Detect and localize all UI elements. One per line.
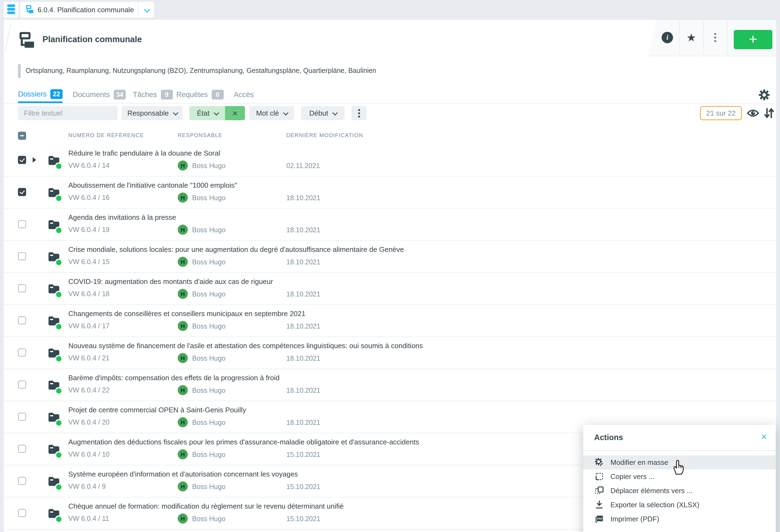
dossier-title[interactable]: Crise mondiale, solutions locales: pour … bbox=[68, 245, 404, 254]
tab-divider bbox=[138, 2, 138, 18]
responsable-name: Boss Hugo bbox=[192, 322, 225, 330]
row-checkbox[interactable] bbox=[18, 188, 26, 196]
row-checkbox[interactable] bbox=[18, 284, 26, 292]
table-row[interactable]: Barème d'impôts: compensation des effets… bbox=[4, 369, 776, 401]
filter-responsable[interactable]: Responsable bbox=[121, 106, 183, 120]
info-icon: i bbox=[662, 32, 673, 43]
dossier-title[interactable]: Chèque annuel de formation: modification… bbox=[68, 502, 344, 511]
page-title: Planification communale bbox=[42, 35, 142, 44]
sort-arrows-icon bbox=[763, 115, 775, 120]
close-icon: × bbox=[232, 108, 238, 119]
select-all-checkbox[interactable] bbox=[18, 131, 26, 140]
filter-motcle[interactable]: Mot clé bbox=[249, 106, 294, 120]
action-item-imprimer-pdf[interactable]: PDFImprimer (PDF) bbox=[583, 512, 776, 526]
modification-date: 18.10.2021 bbox=[286, 355, 320, 362]
tab-documents[interactable]: Documents 34 bbox=[73, 87, 126, 103]
chevron-down-icon[interactable] bbox=[144, 6, 150, 13]
row-checkbox[interactable] bbox=[18, 380, 26, 389]
filter-debut[interactable]: Début bbox=[301, 106, 345, 120]
row-checkbox[interactable] bbox=[18, 349, 26, 357]
column-header-responsable[interactable]: RESPONSABLE bbox=[178, 132, 222, 139]
header-more-button[interactable] bbox=[703, 20, 727, 55]
bulk-edit-icon bbox=[595, 458, 604, 467]
table-row[interactable]: Agenda des invitations à la presse VW 6.… bbox=[4, 209, 776, 241]
workspace-tab-label: 6.0.4. Planification communale bbox=[38, 6, 134, 14]
status-dot-open bbox=[55, 259, 63, 266]
dossier-title[interactable]: Barème d'impôts: compensation des effets… bbox=[68, 374, 280, 382]
status-dot-open bbox=[55, 195, 63, 202]
kebab-menu-icon bbox=[358, 112, 360, 114]
dossier-title[interactable]: Système européen d'information et d'auto… bbox=[68, 470, 298, 478]
avatar: H bbox=[178, 417, 188, 427]
avatar: H bbox=[178, 193, 188, 203]
dossier-reference: VW 6.0.4 / 22 bbox=[68, 386, 109, 394]
tab-acces[interactable]: Accès bbox=[234, 87, 254, 103]
info-button[interactable]: i bbox=[655, 20, 679, 55]
table-row[interactable]: Changements de conseillères et conseille… bbox=[4, 305, 776, 337]
row-checkbox[interactable] bbox=[18, 220, 26, 228]
filter-etat-active[interactable]: État × bbox=[189, 106, 245, 120]
avatar: H bbox=[178, 321, 188, 331]
dossier-reference: VW 6.0.4 / 10 bbox=[68, 450, 109, 458]
dossier-reference: VW 6.0.4 / 20 bbox=[68, 418, 109, 426]
row-checkbox[interactable] bbox=[18, 509, 26, 517]
description-text: Ortsplanung, Raumplanung, Nutzungsplanun… bbox=[26, 67, 376, 74]
dossier-title[interactable]: Agenda des invitations à la presse bbox=[68, 213, 176, 222]
expand-arrow-icon[interactable] bbox=[33, 157, 36, 163]
table-row[interactable]: Nouveau système de financement de l'asil… bbox=[4, 337, 776, 369]
responsable-name: Boss Hugo bbox=[192, 194, 225, 202]
clear-etat-filter-button[interactable]: × bbox=[225, 106, 245, 120]
more-filters-button[interactable] bbox=[351, 106, 367, 120]
sort-button[interactable] bbox=[763, 107, 775, 120]
tab-taches[interactable]: Tâches 9 bbox=[133, 87, 173, 103]
tab-label: Documents bbox=[73, 91, 110, 99]
filter-bar: Filtre textuel Responsable État × Mot cl… bbox=[4, 106, 776, 120]
row-checkbox[interactable] bbox=[18, 445, 26, 453]
row-checkbox[interactable] bbox=[18, 252, 26, 260]
action-item-exporter-la-s-lection-xlsx[interactable]: Exporter la sélection (XLSX) bbox=[583, 498, 776, 512]
table-header: NUMÉRO DE RÉFÉRENCE RESPONSABLE DERNIÈRE… bbox=[4, 127, 776, 145]
tab-requetes[interactable]: Requêtes 0 bbox=[176, 87, 224, 103]
tab-count-badge: 34 bbox=[114, 90, 126, 100]
dossier-title[interactable]: COVID-19: augmentation des montants d'ai… bbox=[68, 277, 273, 286]
dossier-title[interactable]: Changements de conseillères et conseille… bbox=[68, 310, 306, 318]
table-row[interactable]: Crise mondiale, solutions locales: pour … bbox=[4, 241, 776, 273]
action-item-label: Exporter la sélection (XLSX) bbox=[611, 501, 699, 509]
avatar: H bbox=[178, 449, 188, 460]
result-count-badge[interactable]: 21 sur 22 bbox=[700, 106, 742, 120]
row-checkbox[interactable] bbox=[18, 156, 26, 164]
dossier-reference: VW 6.0.4 / 18 bbox=[68, 290, 109, 298]
modification-date: 02.11.2021 bbox=[286, 162, 320, 170]
open-workspace-tab[interactable]: 6.0.4. Planification communale bbox=[20, 2, 154, 18]
responsable-name: Boss Hugo bbox=[192, 419, 225, 426]
dossier-title[interactable]: Projet de centre commercial OPEN à Saint… bbox=[68, 406, 246, 414]
dossier-title[interactable]: Augmentation des déductions fiscales pou… bbox=[68, 438, 419, 446]
chevron-down-icon bbox=[283, 110, 289, 116]
table-row[interactable]: COVID-19: augmentation des montants d'ai… bbox=[4, 273, 776, 305]
status-dot-open bbox=[55, 323, 63, 330]
dossier-title[interactable]: Nouveau système de financement de l'asil… bbox=[68, 341, 423, 350]
favorite-button[interactable]: ★ bbox=[679, 20, 703, 55]
row-checkbox[interactable] bbox=[18, 316, 26, 324]
modification-date: 18.10.2021 bbox=[286, 322, 320, 330]
modification-date: 15.10.2021 bbox=[286, 515, 320, 523]
avatar: H bbox=[178, 385, 188, 395]
visibility-button[interactable] bbox=[747, 108, 759, 120]
dossier-title[interactable]: Réduire le trafic pendulaire à la douane… bbox=[68, 149, 220, 157]
description-accent-bar bbox=[18, 64, 21, 78]
action-item-d-placer-l-ments-vers[interactable]: Déplacer éléments vers ... bbox=[583, 484, 776, 498]
row-checkbox[interactable] bbox=[18, 413, 26, 421]
column-header-modification[interactable]: DERNIÈRE MODIFICATION bbox=[286, 132, 363, 139]
workspace-switcher-button[interactable] bbox=[4, 2, 18, 18]
row-checkbox[interactable] bbox=[18, 477, 26, 485]
tab-dossiers[interactable]: Dossiers 22 bbox=[18, 87, 63, 103]
avatar: H bbox=[178, 353, 188, 363]
close-icon[interactable]: × bbox=[761, 432, 767, 442]
dossier-title[interactable]: Aboutissement de l'initiative cantonale … bbox=[68, 181, 237, 190]
table-row[interactable]: Réduire le trafic pendulaire à la douane… bbox=[4, 145, 776, 176]
table-settings-button[interactable] bbox=[757, 89, 771, 102]
table-row[interactable]: Aboutissement de l'initiative cantonale … bbox=[4, 176, 776, 209]
text-filter-input[interactable]: Filtre textuel bbox=[18, 106, 117, 120]
column-header-reference[interactable]: NUMÉRO DE RÉFÉRENCE bbox=[68, 132, 144, 139]
add-button[interactable]: + bbox=[734, 30, 772, 49]
